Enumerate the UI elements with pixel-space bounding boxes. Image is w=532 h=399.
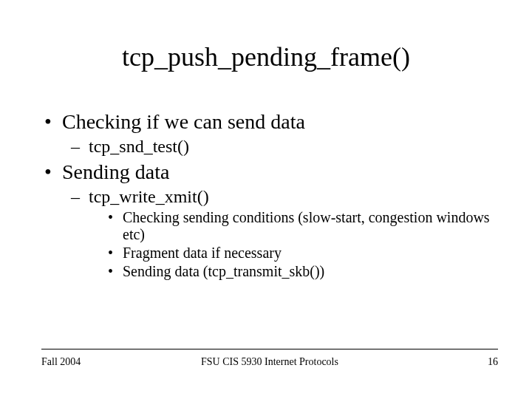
bullet-level3: Checking sending conditions (slow-start,… [44, 209, 495, 243]
bullet-level1: Sending data [44, 160, 495, 184]
bullet-level2: tcp_write_xmit() [44, 187, 495, 208]
slide: tcp_push_pending_frame() Checking if we … [0, 0, 532, 399]
footer-center: FSU CIS 5930 Internet Protocols [41, 356, 498, 368]
slide-body: Checking if we can send data tcp_snd_tes… [44, 107, 495, 282]
slide-title: tcp_push_pending_frame() [0, 41, 532, 72]
bullet-level3: Sending data (tcp_transmit_skb()) [44, 263, 495, 280]
footer-divider [41, 349, 498, 349]
bullet-level1: Checking if we can send data [44, 110, 495, 134]
bullet-level3: Fragment data if necessary [44, 245, 495, 262]
slide-footer: Fall 2004 FSU CIS 5930 Internet Protocol… [41, 356, 498, 368]
bullet-level2: tcp_snd_test() [44, 137, 495, 157]
